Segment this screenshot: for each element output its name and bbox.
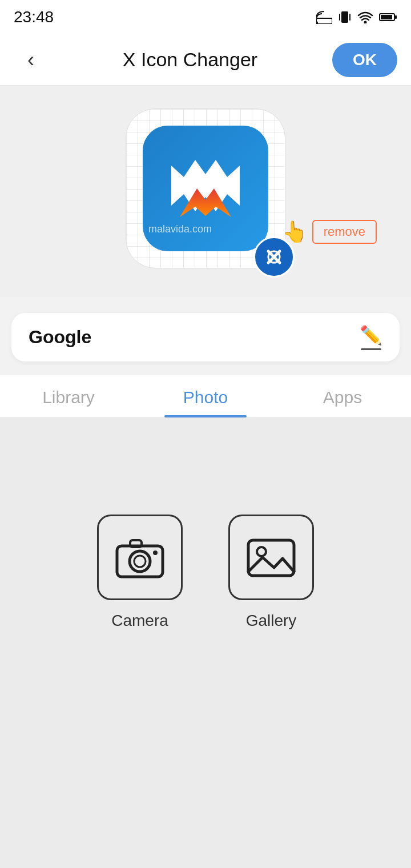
cast-icon [316, 10, 332, 24]
status-icons [316, 9, 397, 25]
gallery-option[interactable]: Gallery [228, 515, 314, 630]
app-name-bar: Google ✏️ [11, 313, 400, 361]
back-button[interactable]: ‹ [14, 48, 48, 72]
svg-point-14 [130, 551, 150, 572]
ok-button[interactable]: OK [332, 43, 397, 77]
app-name-text: Google [29, 327, 91, 348]
svg-point-1 [316, 21, 318, 24]
gallery-label: Gallery [246, 612, 297, 630]
wifi-icon [357, 11, 373, 23]
svg-point-15 [134, 556, 146, 567]
svg-point-17 [153, 550, 158, 555]
photo-content: Camera Gallery [0, 418, 411, 704]
svg-rect-3 [339, 14, 340, 21]
status-bar: 23:48 [0, 0, 411, 34]
svg-point-19 [257, 547, 266, 556]
svg-rect-18 [248, 540, 294, 576]
remove-button[interactable]: remove [312, 220, 377, 244]
camera-icon [114, 532, 166, 583]
camera-icon-box [97, 515, 183, 600]
svg-rect-2 [341, 11, 348, 23]
svg-point-5 [364, 21, 367, 24]
edit-name-button[interactable]: ✏️ [360, 324, 382, 350]
svg-rect-7 [381, 15, 392, 19]
tab-photo[interactable]: Photo [137, 375, 274, 417]
vibrate-icon [338, 9, 352, 25]
app-icon: malavida.com [143, 126, 268, 251]
tab-apps[interactable]: Apps [274, 375, 411, 417]
icon-container: malavida.com [126, 108, 285, 268]
watermark-text: malavida.com [148, 223, 212, 235]
bottom-space [0, 704, 411, 868]
camera-label: Camera [111, 612, 168, 630]
tab-library[interactable]: Library [0, 375, 137, 417]
battery-icon [379, 12, 397, 22]
edit-underline [361, 348, 381, 350]
svg-rect-0 [316, 18, 332, 24]
m-shield-icon [160, 143, 251, 234]
svg-rect-16 [130, 540, 142, 547]
pencil-icon: ✏️ [360, 324, 382, 346]
x-badge-icon [261, 244, 287, 270]
gallery-icon [245, 532, 297, 583]
svg-rect-4 [349, 14, 350, 21]
tabs-area: Library Photo Apps [0, 375, 411, 418]
top-bar: ‹ X Icon Changer OK [0, 34, 411, 86]
gallery-icon-box [228, 515, 314, 600]
svg-rect-8 [395, 15, 397, 19]
camera-option[interactable]: Camera [97, 515, 183, 630]
x-badge [253, 236, 295, 278]
icon-preview-area: malavida.com 👆 remove [0, 86, 411, 297]
status-time: 23:48 [14, 8, 54, 26]
remove-hint: 👆 remove [282, 220, 377, 244]
page-title: X Icon Changer [48, 49, 332, 71]
